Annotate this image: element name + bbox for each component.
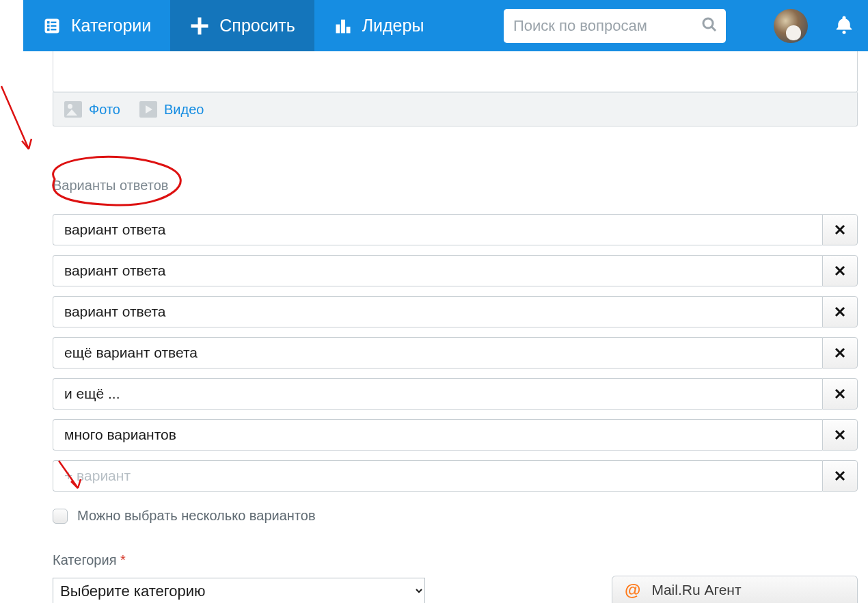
plus-icon [189,16,210,36]
bars-icon [334,16,353,36]
nav-categories-label: Категории [71,16,151,36]
svg-rect-1 [47,21,50,24]
answer-option-input[interactable] [53,378,822,410]
category-select[interactable]: Выберите категорию [53,578,425,603]
svg-rect-5 [51,25,56,26]
top-nav: Категории Спросить Лидеры [23,0,868,51]
close-icon [835,470,845,481]
answer-option-row [53,337,858,368]
svg-rect-11 [346,27,350,33]
answer-option-input[interactable] [53,214,822,245]
categories-icon [42,16,62,36]
answer-option-row [53,460,858,492]
close-icon [835,429,845,440]
close-icon [835,265,845,276]
nav-categories[interactable]: Категории [23,0,170,51]
close-icon [835,224,845,235]
attach-video-button[interactable]: Видео [139,101,204,118]
multiselect-checkbox[interactable] [53,509,68,524]
remove-option-button[interactable] [822,255,858,286]
answer-option-input[interactable] [53,296,822,327]
close-icon [835,347,845,358]
nav-ask-label: Спросить [219,16,295,36]
search-input[interactable] [513,17,701,35]
answer-option-input[interactable] [53,419,822,451]
answer-options-list [53,214,858,492]
remove-option-button[interactable] [822,214,858,245]
search-icon[interactable] [701,16,718,36]
svg-rect-10 [341,19,345,33]
answer-option-row [53,378,858,410]
svg-rect-4 [51,21,56,23]
category-label-text: Категория [53,552,117,567]
question-body-area[interactable] [53,51,858,92]
required-mark: * [120,552,126,567]
close-icon [835,306,845,317]
answer-option-row [53,255,858,286]
category-label: Категория * [53,552,858,568]
remove-option-button[interactable] [822,296,858,327]
avatar[interactable] [774,9,808,43]
page-left-gutter [0,0,23,603]
remove-option-button[interactable] [822,460,858,492]
attach-photo-label: Фото [89,102,120,118]
nav-leaders-label: Лидеры [362,16,424,36]
answer-option-row [53,214,858,245]
answer-option-input[interactable] [53,255,822,286]
search-box[interactable] [504,9,726,43]
remove-option-button[interactable] [822,337,858,368]
svg-line-13 [711,27,716,31]
svg-point-14 [843,30,846,34]
at-icon: @ [625,580,640,600]
nav-ask[interactable]: Спросить [170,0,314,51]
attach-video-label: Видео [164,102,204,118]
attach-photo-button[interactable]: Фото [64,101,120,118]
svg-rect-8 [191,24,208,27]
svg-rect-9 [336,24,340,33]
svg-rect-2 [47,25,50,27]
remove-option-button[interactable] [822,419,858,451]
close-icon [835,388,845,399]
answer-option-input[interactable] [53,337,822,368]
nav-leaders[interactable]: Лидеры [314,0,444,51]
svg-point-12 [703,18,713,28]
svg-rect-3 [47,28,50,31]
answer-option-row [53,296,858,327]
mailru-agent-label: Mail.Ru Агент [651,582,741,598]
multiselect-row: Можно выбрать несколько вариантов [53,508,858,524]
photo-icon [64,101,82,118]
content-area: Фото Видео Варианты ответов Можно выбрат… [53,51,858,603]
multiselect-label: Можно выбрать несколько вариантов [77,508,316,524]
answer-options-heading: Варианты ответов [53,178,858,193]
svg-rect-6 [51,29,56,30]
mailru-agent-bar[interactable]: @ Mail.Ru Агент [612,576,858,603]
search-wrap [504,0,868,51]
remove-option-button[interactable] [822,378,858,410]
media-toolbar: Фото Видео [53,92,858,126]
video-icon [139,101,157,118]
answer-option-input[interactable] [53,460,822,492]
answer-option-row [53,419,858,451]
notifications-icon[interactable] [834,14,854,38]
